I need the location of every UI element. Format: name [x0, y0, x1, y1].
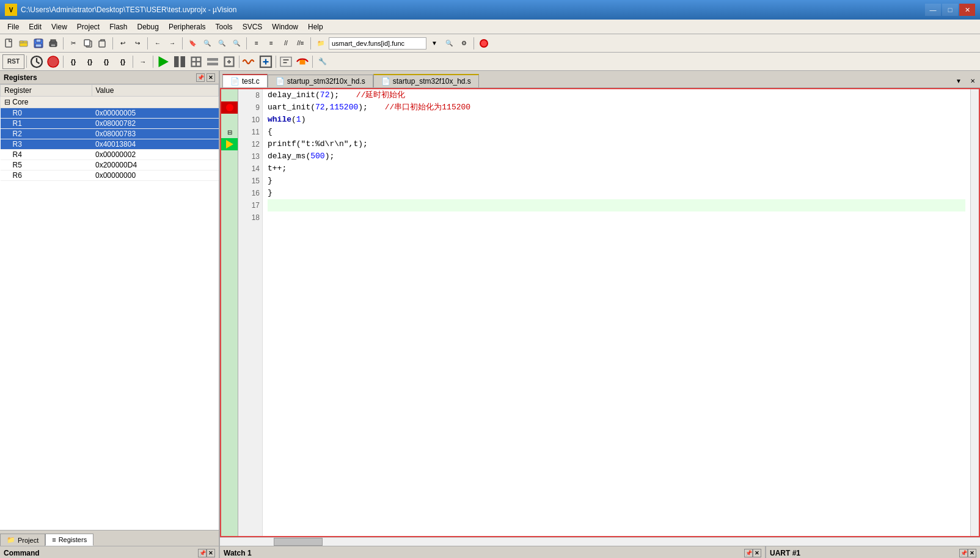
new-button[interactable]: [2, 37, 16, 50]
tab-dropdown: ▼ ✕: [952, 74, 978, 87]
tab-project[interactable]: 📁 Project: [0, 534, 45, 546]
reg-r3[interactable]: R3 0x40013804: [1, 139, 219, 150]
copy-button[interactable]: [81, 37, 95, 50]
debug-btn7[interactable]: [278, 54, 294, 69]
wave-btn[interactable]: [241, 54, 257, 69]
pin-watch-icon[interactable]: 📌: [744, 549, 753, 557]
marker-18: [221, 211, 238, 224]
find3-button[interactable]: 🔍: [230, 37, 243, 50]
close-panel-icon[interactable]: ✕: [207, 73, 215, 82]
marker-11: ⊟: [221, 126, 238, 138]
menu-debug[interactable]: Debug: [133, 21, 164, 32]
svg-point-15: [48, 56, 59, 67]
maximize-button[interactable]: □: [942, 4, 958, 16]
pin-uart-icon[interactable]: 📌: [959, 549, 968, 557]
marker-12: [221, 138, 238, 150]
template-button[interactable]: 📁: [314, 37, 327, 50]
menu-peripherals[interactable]: Peripherals: [164, 21, 211, 32]
reg-r5[interactable]: R5 0x200000D4: [1, 160, 219, 171]
marker-16: [221, 187, 238, 199]
hscroll-thumb[interactable]: [274, 538, 323, 546]
app-icon: V: [5, 4, 17, 16]
menu-flash[interactable]: Flash: [104, 21, 132, 32]
pin-icon[interactable]: 📌: [196, 73, 205, 82]
reg-r2[interactable]: R2 0x08000783: [1, 129, 219, 139]
menu-tools[interactable]: Tools: [211, 21, 238, 32]
svg-rect-0: [5, 39, 12, 47]
debug-btn5[interactable]: [221, 54, 237, 69]
close-command-icon[interactable]: ✕: [207, 549, 215, 557]
bookmark-button[interactable]: 🔖: [186, 37, 199, 50]
tab-more-button[interactable]: ▼: [952, 74, 965, 87]
hscroll-track[interactable]: [261, 538, 971, 546]
linenum-15: 15: [238, 175, 260, 187]
uart-title: UART #1: [770, 549, 959, 557]
editor-close-button[interactable]: ✕: [968, 76, 978, 86]
editor-vertical-scrollbar[interactable]: [970, 89, 979, 536]
indent-button[interactable]: ≡: [250, 37, 263, 50]
menu-window[interactable]: Window: [267, 21, 303, 32]
code-horizontal-scrollbar[interactable]: [220, 537, 980, 546]
tab-startup-1[interactable]: 📄 startup_stm32f10x_hd.s: [268, 75, 373, 87]
reg-r1[interactable]: R1 0x08000782: [1, 119, 219, 129]
marker-9[interactable]: [221, 101, 238, 114]
toolbar2: RST {} {} {} {} →: [0, 53, 980, 71]
reg-r6[interactable]: R6 0x00000000: [1, 171, 219, 181]
redo-button[interactable]: ↪: [131, 37, 144, 50]
cut-button[interactable]: ✂: [67, 37, 80, 50]
search-func-button[interactable]: 🔍: [442, 37, 456, 50]
nav-back-button[interactable]: ←: [151, 37, 164, 50]
reg-r4[interactable]: R4 0x00000002: [1, 150, 219, 160]
brackets2-button[interactable]: {}: [82, 54, 98, 69]
menu-project[interactable]: Project: [72, 21, 104, 32]
close-button[interactable]: ✕: [959, 4, 975, 16]
menu-edit[interactable]: Edit: [24, 21, 46, 32]
close-watch-icon[interactable]: ✕: [753, 549, 761, 557]
tools-button[interactable]: 🔧: [315, 54, 331, 69]
menu-svcs[interactable]: SVCS: [238, 21, 268, 32]
debug-btn6[interactable]: [258, 54, 274, 69]
debug-btn8[interactable]: [294, 54, 310, 69]
minimize-button[interactable]: —: [925, 4, 941, 16]
undo-button[interactable]: ↩: [116, 37, 130, 50]
code-line-15: }: [268, 175, 965, 187]
func-dropdown-button[interactable]: ▼: [428, 37, 441, 50]
reg-r0[interactable]: R0 0x00000005: [1, 108, 219, 119]
menu-help[interactable]: Help: [303, 21, 328, 32]
find-button[interactable]: 🔍: [200, 37, 214, 50]
comment-button[interactable]: //: [279, 37, 293, 50]
menu-file[interactable]: File: [2, 21, 24, 32]
debug-options-button[interactable]: [29, 54, 45, 69]
rst-button[interactable]: RST: [2, 54, 24, 69]
open-button[interactable]: [17, 37, 31, 50]
menu-view[interactable]: View: [46, 21, 72, 32]
tab-startup-2[interactable]: 📄 startup_stm32f10x_hd.s: [373, 74, 479, 87]
save-button[interactable]: [32, 37, 45, 50]
code-content[interactable]: delay_init(72); //延时初始化 uart_init(72,115…: [263, 89, 970, 536]
uncomment-button[interactable]: //≡: [294, 37, 307, 50]
step-over-button[interactable]: →: [135, 54, 151, 69]
col-value: Value: [92, 85, 219, 97]
debug-btn4[interactable]: [205, 54, 221, 69]
debug-stop-button[interactable]: [45, 54, 61, 69]
title-bar: V C:\Users\Administrator\Desktop\TEST\US…: [0, 0, 980, 20]
debug-btn3[interactable]: [188, 54, 204, 69]
settings-func-button[interactable]: ⚙: [457, 37, 470, 50]
close-uart-icon[interactable]: ✕: [968, 549, 976, 557]
stop-button[interactable]: [477, 37, 491, 50]
print-button[interactable]: [46, 37, 60, 50]
brackets1-button[interactable]: {}: [65, 54, 81, 69]
debug-btn2[interactable]: [172, 54, 188, 69]
brackets4-button[interactable]: {}: [115, 54, 131, 69]
outdent-button[interactable]: ≡: [265, 37, 278, 50]
nav-forward-button[interactable]: →: [166, 37, 179, 50]
function-input[interactable]: [329, 37, 426, 50]
current-line-arrow: [226, 140, 233, 149]
brackets3-button[interactable]: {}: [98, 54, 114, 69]
run-button[interactable]: [155, 54, 171, 69]
paste-button[interactable]: [96, 37, 109, 50]
pin-command-icon[interactable]: 📌: [198, 549, 207, 557]
tab-test-c[interactable]: 📄 test.c: [222, 74, 268, 87]
find2-button[interactable]: 🔍: [215, 37, 229, 50]
tab-registers[interactable]: ≡ Registers: [45, 534, 93, 546]
